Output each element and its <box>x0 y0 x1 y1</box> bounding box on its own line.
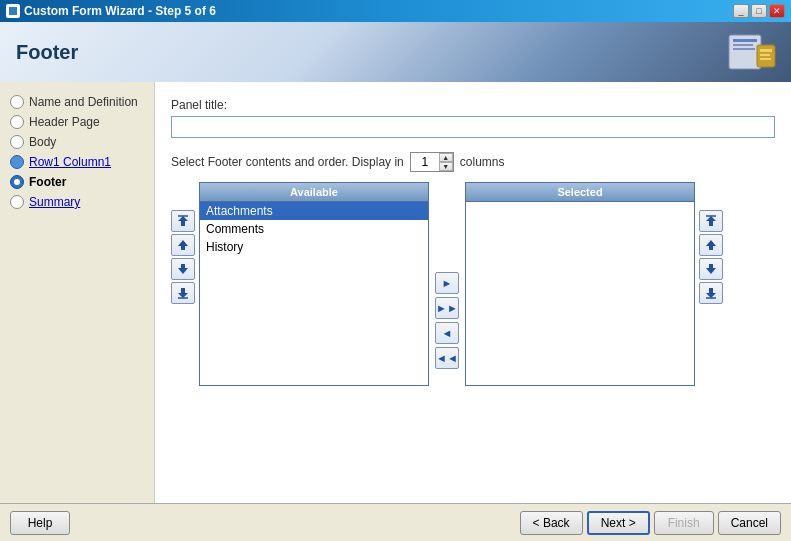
header-banner: Footer <box>0 22 791 82</box>
move-buttons-right[interactable] <box>695 182 723 304</box>
svg-marker-20 <box>706 288 716 298</box>
header-icon <box>719 27 779 80</box>
center-transfer-buttons[interactable]: ► ►► ◄ ◄◄ <box>429 182 465 369</box>
svg-marker-13 <box>178 264 188 274</box>
columns-input[interactable] <box>411 153 439 171</box>
step-indicator <box>10 175 24 189</box>
move-sel-up-button[interactable] <box>699 234 723 256</box>
app-icon <box>6 4 20 18</box>
cancel-button[interactable]: Cancel <box>718 511 781 535</box>
move-down-button[interactable] <box>171 258 195 280</box>
select-text2: columns <box>460 155 505 169</box>
move-top-button[interactable] <box>171 210 195 232</box>
title-bar-text: Custom Form Wizard - Step 5 of 6 <box>24 4 216 18</box>
selected-list-container: Selected <box>465 182 695 386</box>
columns-spinner[interactable]: ▲ ▼ <box>410 152 454 172</box>
footer-right: < Back Next > Finish Cancel <box>520 511 781 535</box>
move-right-button[interactable]: ► <box>435 272 459 294</box>
available-list[interactable]: Attachments Comments History <box>199 201 429 386</box>
move-bottom-button[interactable] <box>171 282 195 304</box>
svg-marker-16 <box>706 216 716 226</box>
svg-rect-2 <box>733 39 757 42</box>
sidebar-item-body[interactable]: Body <box>0 132 154 152</box>
available-list-container: Available Attachments Comments History <box>199 182 429 386</box>
svg-marker-14 <box>178 288 188 298</box>
svg-marker-10 <box>178 216 188 226</box>
list-item[interactable]: History <box>200 238 428 256</box>
move-sel-bottom-button[interactable] <box>699 282 723 304</box>
sidebar-item-summary[interactable]: Summary <box>0 192 154 212</box>
panel-title-input[interactable] <box>171 116 775 138</box>
window-controls[interactable]: _ □ ✕ <box>733 4 785 18</box>
maximize-button[interactable]: □ <box>751 4 767 18</box>
step-indicator <box>10 195 24 209</box>
svg-marker-12 <box>178 240 188 250</box>
step-indicator <box>10 115 24 129</box>
move-buttons-left[interactable] <box>171 182 199 304</box>
title-bar: Custom Form Wizard - Step 5 of 6 _ □ ✕ <box>0 0 791 22</box>
minimize-button[interactable]: _ <box>733 4 749 18</box>
sidebar-item-header-page[interactable]: Header Page <box>0 112 154 132</box>
main-area: Name and Definition Header Page Body Row… <box>0 82 791 503</box>
step-indicator <box>10 95 24 109</box>
sidebar-label: Footer <box>29 175 66 189</box>
spinner-down[interactable]: ▼ <box>439 162 453 171</box>
move-left-button[interactable]: ◄ <box>435 322 459 344</box>
svg-rect-0 <box>9 7 17 15</box>
footer-bar: Help < Back Next > Finish Cancel <box>0 503 791 541</box>
select-text1: Select Footer contents and order. Displa… <box>171 155 404 169</box>
step-indicator <box>10 155 24 169</box>
sidebar-label: Name and Definition <box>29 95 138 109</box>
spinner-buttons[interactable]: ▲ ▼ <box>439 153 453 171</box>
close-button[interactable]: ✕ <box>769 4 785 18</box>
svg-rect-7 <box>760 54 770 56</box>
move-up-button[interactable] <box>171 234 195 256</box>
page-title: Footer <box>16 41 78 64</box>
move-all-right-button[interactable]: ►► <box>435 297 459 319</box>
lists-area: Available Attachments Comments History ►… <box>171 182 775 386</box>
content-area: Panel title: Select Footer contents and … <box>155 82 791 503</box>
svg-point-9 <box>14 179 20 185</box>
move-sel-down-button[interactable] <box>699 258 723 280</box>
selected-list[interactable] <box>465 201 695 386</box>
sidebar-label: Body <box>29 135 56 149</box>
svg-rect-6 <box>760 49 772 52</box>
sidebar-label: Row1 Column1 <box>29 155 111 169</box>
spinner-up[interactable]: ▲ <box>439 153 453 162</box>
next-button[interactable]: Next > <box>587 511 650 535</box>
svg-rect-8 <box>760 58 771 60</box>
panel-title-section: Panel title: <box>171 98 775 138</box>
step-indicator <box>10 135 24 149</box>
sidebar: Name and Definition Header Page Body Row… <box>0 82 155 503</box>
sidebar-label: Header Page <box>29 115 100 129</box>
available-list-header: Available <box>199 182 429 201</box>
sidebar-item-footer[interactable]: Footer <box>0 172 154 192</box>
finish-button[interactable]: Finish <box>654 511 714 535</box>
svg-rect-4 <box>733 48 755 50</box>
move-sel-top-button[interactable] <box>699 210 723 232</box>
panel-title-label: Panel title: <box>171 98 775 112</box>
select-footer-row: Select Footer contents and order. Displa… <box>171 152 775 172</box>
list-item[interactable]: Comments <box>200 220 428 238</box>
svg-rect-3 <box>733 44 753 46</box>
footer-left: Help <box>10 511 70 535</box>
help-button[interactable]: Help <box>10 511 70 535</box>
svg-marker-18 <box>706 240 716 250</box>
svg-marker-19 <box>706 264 716 274</box>
back-button[interactable]: < Back <box>520 511 583 535</box>
move-all-left-button[interactable]: ◄◄ <box>435 347 459 369</box>
list-item[interactable]: Attachments <box>200 202 428 220</box>
sidebar-item-name-def[interactable]: Name and Definition <box>0 92 154 112</box>
sidebar-label: Summary <box>29 195 80 209</box>
sidebar-item-row1col1[interactable]: Row1 Column1 <box>0 152 154 172</box>
selected-list-header: Selected <box>465 182 695 201</box>
